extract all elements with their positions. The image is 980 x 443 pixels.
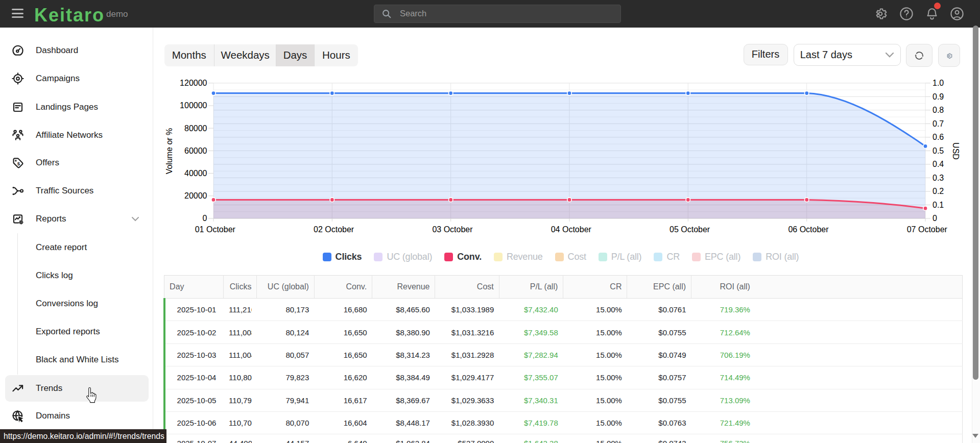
- svg-text:80000: 80000: [184, 124, 207, 133]
- svg-text:02 October: 02 October: [314, 225, 354, 234]
- svg-text:05 October: 05 October: [670, 225, 710, 234]
- svg-text:0.5: 0.5: [933, 146, 944, 155]
- svg-text:0.7: 0.7: [933, 119, 944, 128]
- svg-text:Volume or %: Volume or %: [165, 128, 174, 175]
- svg-text:0: 0: [933, 214, 937, 223]
- svg-text:USD: USD: [951, 142, 960, 160]
- svg-text:40000: 40000: [184, 169, 207, 178]
- svg-text:100000: 100000: [180, 101, 207, 110]
- svg-text:0: 0: [203, 214, 207, 223]
- svg-text:0.3: 0.3: [933, 174, 944, 182]
- svg-text:06 October: 06 October: [788, 225, 829, 234]
- svg-text:0.4: 0.4: [933, 160, 944, 168]
- svg-text:20000: 20000: [184, 191, 207, 200]
- svg-text:0.8: 0.8: [933, 106, 944, 114]
- svg-text:60000: 60000: [184, 146, 207, 155]
- svg-text:07 October: 07 October: [907, 225, 948, 234]
- svg-text:1.0: 1.0: [933, 79, 944, 87]
- svg-text:04 October: 04 October: [551, 225, 592, 234]
- svg-text:0.1: 0.1: [933, 201, 944, 209]
- svg-text:0.6: 0.6: [933, 133, 944, 141]
- svg-text:$: $: [17, 161, 20, 166]
- svg-text:0.2: 0.2: [933, 187, 944, 195]
- svg-text:01 October: 01 October: [195, 225, 236, 234]
- svg-text:03 October: 03 October: [432, 225, 473, 234]
- svg-text:120000: 120000: [180, 79, 207, 87]
- svg-text:0.9: 0.9: [933, 92, 944, 101]
